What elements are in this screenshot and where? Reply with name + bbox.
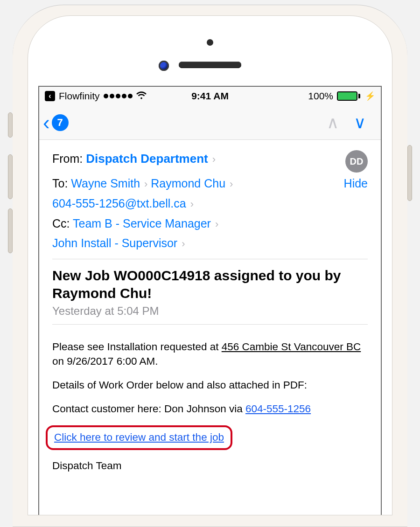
from-contact[interactable]: Dispatch Department: [86, 152, 208, 166]
cta-highlight: Click here to review and start the job: [46, 425, 232, 450]
back-button[interactable]: ‹ 7: [43, 112, 69, 133]
earpiece-speaker: [179, 62, 241, 68]
mute-switch[interactable]: [8, 112, 13, 138]
back-to-app-icon[interactable]: ‹: [45, 91, 55, 101]
mail-header: From: Dispatch Department › DD To: Wayne…: [39, 140, 381, 338]
timestamp: Yesterday at 5:04 PM: [52, 305, 368, 318]
body-line-3: Contact customer here: Don Johnson via 6…: [52, 402, 368, 416]
chevron-right-icon: ›: [214, 218, 218, 230]
prev-message-button[interactable]: ∧: [319, 113, 346, 132]
volume-up-button[interactable]: [8, 154, 13, 199]
power-button[interactable]: [407, 145, 412, 201]
next-message-button[interactable]: ∨: [346, 113, 373, 132]
phone-bezel: ‹ Flowfinity 9:41 AM 100% ⚡: [28, 15, 392, 515]
chevron-left-icon: ‹: [43, 112, 50, 133]
to-contact-3[interactable]: 604-555-1256@txt.bell.ca: [52, 197, 186, 210]
phone-frame: ‹ Flowfinity 9:41 AM 100% ⚡: [13, 5, 407, 527]
battery-percent: 100%: [308, 90, 333, 102]
proximity-sensor: [207, 39, 213, 46]
body-line-1: Please see Installation requested at 456…: [52, 340, 368, 368]
chevron-right-icon: ›: [143, 178, 147, 190]
hide-details-button[interactable]: Hide: [344, 174, 368, 193]
divider: [52, 259, 368, 259]
sensor-bar: [38, 35, 382, 86]
body-line-2: Details of Work Order below and also att…: [52, 378, 368, 392]
status-bar: ‹ Flowfinity 9:41 AM 100% ⚡: [39, 87, 381, 105]
clock: 9:41 AM: [191, 90, 229, 102]
cc-contact-2[interactable]: John Install - Supervisor: [52, 236, 177, 250]
battery-icon: [337, 91, 360, 101]
wifi-icon: [136, 91, 147, 101]
start-job-link[interactable]: Click here to review and start the job: [54, 431, 224, 443]
sender-avatar[interactable]: DD: [345, 150, 368, 173]
divider: [52, 324, 368, 325]
to-contact-1[interactable]: Wayne Smith: [71, 177, 140, 190]
cell-signal-icon: [104, 94, 133, 98]
chevron-right-icon: ›: [211, 153, 216, 165]
to-label: To:: [52, 177, 68, 190]
cc-contact-1[interactable]: Team B - Service Manager: [73, 217, 211, 230]
address-link[interactable]: 456 Cambie St Vancouver BC: [222, 341, 361, 353]
charging-icon: ⚡: [365, 91, 375, 101]
message-body: Please see Installation requested at 456…: [39, 338, 381, 492]
chevron-right-icon: ›: [181, 238, 185, 250]
volume-down-button[interactable]: [8, 208, 13, 253]
phone-link[interactable]: 604-555-1256: [245, 403, 311, 415]
chevron-right-icon: ›: [189, 198, 194, 210]
nav-bar: ‹ 7 ∧ ∨: [39, 105, 381, 140]
back-to-app-label[interactable]: Flowfinity: [59, 90, 100, 102]
signature: Dispatch Team: [52, 458, 368, 473]
from-label: From:: [52, 152, 83, 165]
to-contact-2[interactable]: Raymond Chu: [151, 177, 225, 190]
unread-badge: 7: [52, 114, 69, 131]
cc-label: Cc:: [52, 217, 70, 230]
screen: ‹ Flowfinity 9:41 AM 100% ⚡: [38, 86, 382, 515]
subject: New Job WO000C14918 assigned to you by R…: [52, 267, 368, 302]
chevron-right-icon: ›: [229, 178, 233, 190]
front-camera: [159, 61, 169, 71]
